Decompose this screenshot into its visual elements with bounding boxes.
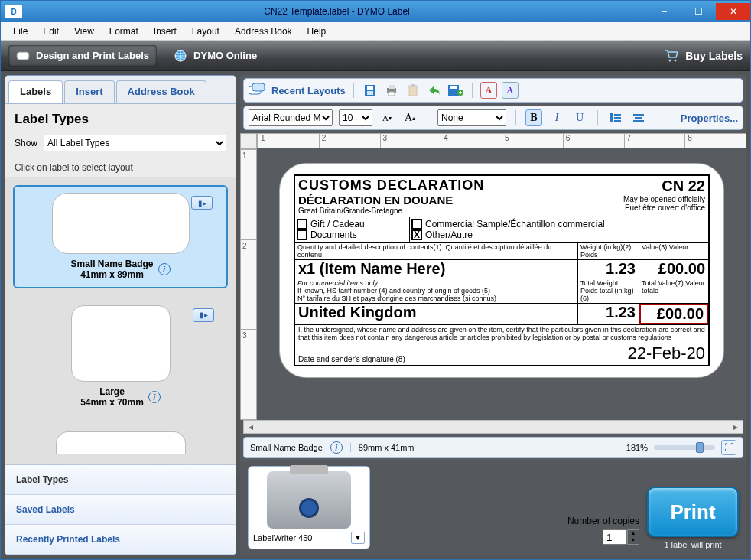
total-weight-header: Total Weight Poids total (in kg)(6) [578, 278, 639, 303]
recent-layouts-label: Recent Layouts [271, 85, 346, 96]
font-size-select[interactable]: 10 [339, 109, 372, 126]
chevron-down-icon[interactable]: ▼ [351, 532, 365, 544]
paste-icon[interactable] [405, 82, 421, 99]
status-dims: 89mm x 41mm [350, 443, 415, 452]
menu-insert[interactable]: Insert [146, 24, 184, 39]
undo-icon[interactable] [426, 82, 443, 99]
checkbox-commercial[interactable] [411, 219, 422, 230]
label-gallery[interactable]: Small Name Badge 41mm x 89mm i ▮▸ Large [5, 177, 236, 464]
item-description[interactable]: x1 (Item Name Here) [295, 260, 578, 278]
menu-view[interactable]: View [67, 24, 102, 39]
may-open-fr: Puet être ouvert d'office [623, 203, 705, 212]
text-color-icon[interactable]: A [480, 82, 497, 99]
text-highlight-icon[interactable]: A [502, 82, 519, 99]
underline-button[interactable]: U [571, 109, 588, 126]
left-tab-insert[interactable]: Insert [64, 80, 114, 103]
checkbox-other[interactable]: X [411, 230, 422, 240]
toolbar-top: Recent Layouts A A [243, 78, 743, 103]
info-icon[interactable]: i [158, 263, 171, 275]
col-weight-header: Weight (in kg)(2) Poids [578, 243, 639, 259]
declaration-text: I, the undersigned, whose name and addre… [295, 325, 708, 343]
design-canvas[interactable]: CUSTOMS DECLARATION DÉCLARATION EN DOUAN… [257, 148, 746, 420]
tab-design-print[interactable]: Design and Print Labels [8, 45, 157, 67]
svg-rect-13 [411, 84, 415, 87]
show-filter-select[interactable]: All Label Types [44, 135, 226, 151]
svg-rect-8 [367, 91, 373, 95]
font-grow-icon[interactable]: A▴ [402, 109, 418, 126]
svg-rect-15 [450, 86, 457, 89]
printer-selector[interactable]: LabelWriter 450 ▼ [248, 466, 370, 549]
horizontal-scrollbar[interactable]: ◂ ▸ [243, 420, 743, 434]
item-value[interactable]: £00.00 [639, 260, 708, 278]
gallery-item-large[interactable]: Large 54mm x 70mm i ▮▸ [13, 299, 228, 415]
titlebar: D CN22 Template.label - DYMO Label – ☐ ✕ [1, 1, 750, 22]
item-weight[interactable]: 1.23 [578, 260, 639, 278]
zoom-slider[interactable] [654, 445, 715, 450]
zoom-fit-button[interactable]: ⛶ [721, 440, 736, 455]
border-select[interactable]: None [437, 109, 506, 126]
app-icon: D [5, 5, 22, 18]
menu-file[interactable]: File [5, 24, 35, 39]
layout-picker-button[interactable]: ▮▸ [191, 196, 213, 210]
ruler-vertical: 1 2 3 [240, 148, 257, 420]
print-icon[interactable] [383, 82, 400, 99]
font-shrink-icon[interactable]: A▾ [379, 109, 395, 126]
total-weight[interactable]: 1.23 [578, 304, 639, 324]
menu-format[interactable]: Format [102, 24, 146, 39]
ribbon: Design and Print Labels DYMO Online Buy … [1, 41, 750, 71]
total-value[interactable]: £00.00 [639, 304, 708, 324]
menubar: File Edit View Format Insert Layout Addr… [1, 22, 750, 41]
scroll-left-icon[interactable]: ◂ [244, 422, 258, 432]
font-family-select[interactable]: Arial Rounded MT [249, 109, 333, 126]
address-quickprint-icon[interactable] [447, 82, 464, 99]
show-label: Show [15, 138, 37, 148]
copies-input[interactable] [603, 529, 627, 545]
minimize-button[interactable]: – [647, 3, 681, 20]
select-layout-caption: Click on label to select layout [5, 159, 236, 177]
origin-country[interactable]: United Kingdom [295, 304, 578, 324]
maximize-button[interactable]: ☐ [681, 3, 716, 20]
printer-name-text: LabelWriter 450 [253, 533, 312, 542]
may-open-en: May be opened officially [623, 195, 705, 203]
menu-help[interactable]: Help [300, 24, 334, 39]
svg-point-3 [675, 59, 677, 61]
globe-icon [174, 49, 187, 63]
left-tab-labels[interactable]: Labels [8, 80, 63, 103]
label-icon [16, 49, 30, 63]
gallery-item-small-name-badge[interactable]: Small Name Badge 41mm x 89mm i ▮▸ [13, 185, 228, 288]
properties-button[interactable]: Properties... [681, 112, 738, 124]
toolbar-font: Arial Rounded MT 10 A▾ A▴ None B I U Pro… [243, 106, 743, 130]
close-button[interactable]: ✕ [716, 3, 750, 20]
recent-layouts-button[interactable]: Recent Layouts [249, 83, 346, 97]
copies-spinner[interactable]: ▲▼ [627, 529, 639, 545]
print-summary: 1 label will print [664, 540, 721, 549]
italic-button[interactable]: I [548, 109, 565, 126]
signature-date[interactable]: 22-Feb-20 [627, 343, 705, 363]
align-left-icon[interactable] [607, 109, 624, 126]
section-label-types[interactable]: Label Types [5, 465, 236, 495]
print-area: LabelWriter 450 ▼ Number of copies ▲▼ Pr… [240, 461, 746, 555]
scroll-right-icon[interactable]: ▸ [729, 422, 743, 432]
label-object[interactable]: CUSTOMS DECLARATION DÉCLARATION EN DOUAN… [280, 164, 723, 377]
tab-dymo-online[interactable]: DYMO Online [166, 45, 265, 67]
gallery-item-name: Large [80, 386, 144, 397]
gallery-item-partial[interactable] [13, 425, 228, 461]
menu-addressbook[interactable]: Address Book [227, 24, 300, 39]
layout-picker-button[interactable]: ▮▸ [193, 308, 214, 322]
bold-button[interactable]: B [525, 109, 542, 126]
info-icon[interactable]: i [330, 441, 343, 454]
menu-layout[interactable]: Layout [184, 24, 227, 39]
info-icon[interactable]: i [148, 391, 161, 403]
section-recent-labels[interactable]: Recently Printed Labels [5, 525, 236, 555]
section-saved-labels[interactable]: Saved Labels [5, 495, 236, 525]
save-icon[interactable] [362, 82, 379, 99]
print-button[interactable]: Print [647, 487, 739, 537]
left-tab-addressbook[interactable]: Address Book [116, 80, 206, 103]
align-center-icon[interactable] [630, 109, 647, 126]
checkbox-gift[interactable] [297, 219, 307, 230]
buy-labels-button[interactable]: Buy Labels [664, 49, 743, 63]
checkbox-documents[interactable] [297, 230, 307, 240]
svg-rect-10 [389, 85, 395, 89]
menu-edit[interactable]: Edit [35, 24, 67, 39]
label-types-heading: Label Types [5, 104, 236, 132]
